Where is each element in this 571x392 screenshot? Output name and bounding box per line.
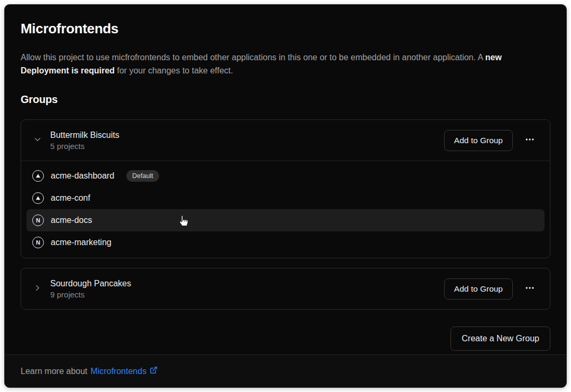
chevron-down-icon <box>33 135 42 146</box>
description-text-2: for your changes to take effect. <box>115 66 233 75</box>
project-row-acme-dashboard[interactable]: acme-dashboard Default <box>26 165 545 187</box>
group-project-count: 9 projects <box>50 290 131 299</box>
microfrontends-settings-panel: Microfrontends Allow this project to use… <box>4 4 567 388</box>
description-text-1: Allow this project to use micfrofrontend… <box>21 53 485 62</box>
settings-content: Microfrontends Allow this project to use… <box>5 5 566 351</box>
group-card-sourdough-pancakes: Sourdough Pancakes 9 projects Add to Gro… <box>21 268 550 310</box>
create-group-row: Create a New Group <box>21 326 550 351</box>
nextjs-logo-icon: N <box>32 237 44 248</box>
footer: Learn more about Microfrontends <box>5 354 566 387</box>
group-name: Buttermilk Biscuits <box>50 130 119 140</box>
project-name: acme-dashboard <box>51 171 114 181</box>
page-description: Allow this project to use micfrofrontend… <box>21 51 550 77</box>
project-name: acme-conf <box>51 193 90 203</box>
project-row-acme-conf[interactable]: acme-conf <box>26 187 545 209</box>
footer-link-label: Microfrontends <box>90 367 146 376</box>
project-name: acme-marketing <box>51 238 112 247</box>
group-header: Buttermilk Biscuits 5 projects Add to Gr… <box>21 120 550 161</box>
groups-heading: Groups <box>21 94 550 106</box>
collapse-group-button[interactable] <box>32 135 43 146</box>
project-name: acme-docs <box>51 216 92 225</box>
vercel-logo-icon <box>32 192 44 204</box>
group-titles: Buttermilk Biscuits 5 projects <box>50 130 119 151</box>
project-row-acme-marketing[interactable]: N acme-marketing <box>26 231 545 254</box>
project-list: acme-dashboard Default acme-conf N acme-… <box>21 161 550 258</box>
page-title: Microfrontends <box>21 5 550 37</box>
group-menu-button[interactable] <box>520 130 539 151</box>
default-badge: Default <box>126 170 159 182</box>
ellipsis-icon <box>524 283 535 295</box>
ellipsis-icon <box>524 134 535 146</box>
group-titles: Sourdough Pancakes 9 projects <box>50 279 131 299</box>
microfrontends-docs-link[interactable]: Microfrontends <box>90 366 158 376</box>
create-new-group-button[interactable]: Create a New Group <box>450 326 550 351</box>
add-to-group-button[interactable]: Add to Group <box>444 130 513 151</box>
expand-group-button[interactable] <box>32 283 43 295</box>
project-row-acme-docs[interactable]: N acme-docs <box>26 209 545 231</box>
group-project-count: 5 projects <box>50 142 119 151</box>
group-card-buttermilk-biscuits: Buttermilk Biscuits 5 projects Add to Gr… <box>21 119 550 258</box>
footer-text: Learn more about <box>21 367 87 376</box>
group-name: Sourdough Pancakes <box>50 279 131 288</box>
vercel-logo-icon <box>32 170 44 182</box>
group-header: Sourdough Pancakes 9 projects Add to Gro… <box>21 268 550 309</box>
external-link-icon <box>150 366 158 376</box>
add-to-group-button[interactable]: Add to Group <box>444 278 513 300</box>
chevron-right-icon <box>33 283 42 294</box>
nextjs-logo-icon: N <box>32 214 44 226</box>
group-menu-button[interactable] <box>520 278 539 299</box>
